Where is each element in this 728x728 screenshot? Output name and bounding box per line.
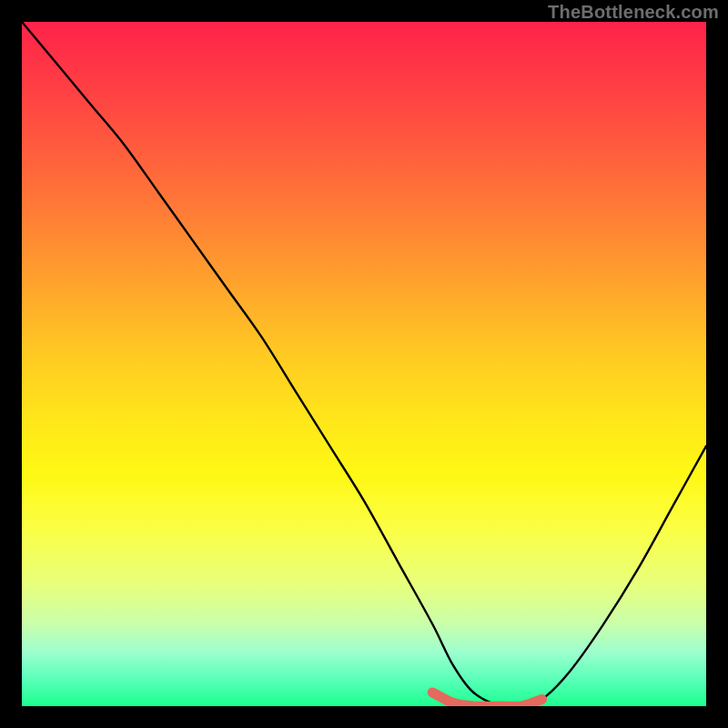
watermark-text: TheBottleneck.com xyxy=(548,2,719,23)
plot-area xyxy=(22,22,706,706)
bottleneck-chart: TheBottleneck.com xyxy=(0,0,728,728)
bottleneck-curve-line xyxy=(22,22,706,706)
chart-svg xyxy=(22,22,706,706)
optimal-zone-marker-line xyxy=(432,693,541,706)
